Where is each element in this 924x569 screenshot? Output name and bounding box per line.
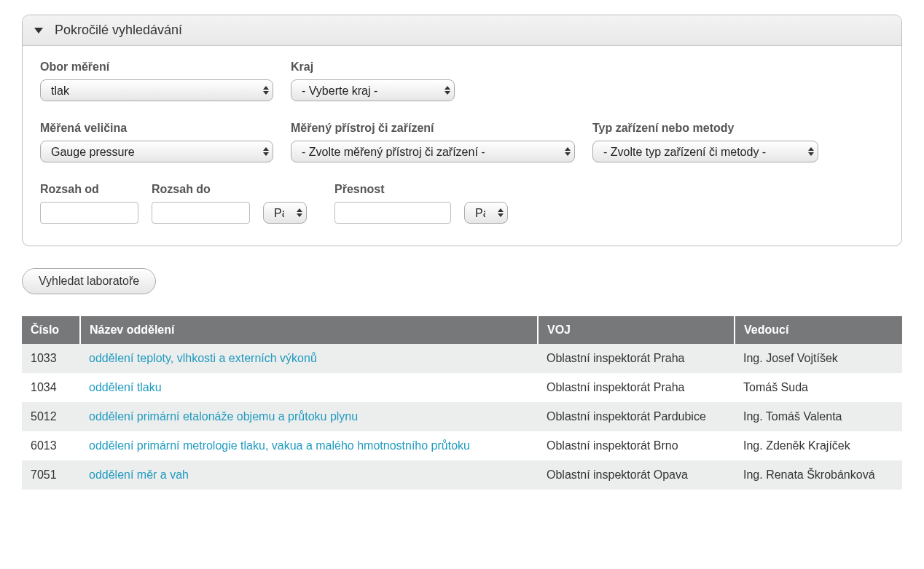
cell-cislo: 1033 xyxy=(22,344,80,373)
select-obor[interactable]: tlak xyxy=(40,79,273,101)
select-unit-rozsah[interactable]: Pa xyxy=(263,202,307,224)
cell-voj: Oblastní inspektorát Opava xyxy=(538,460,735,490)
cell-vedouci: Ing. Tomáš Valenta xyxy=(735,402,902,431)
select-velicina[interactable]: Gauge pressure xyxy=(40,141,273,162)
input-rozsah-od[interactable] xyxy=(40,202,138,224)
table-row: 1034oddělení tlakuOblastní inspektorát P… xyxy=(22,373,902,402)
department-link[interactable]: oddělení primární etalonáže objemu a prů… xyxy=(89,410,358,423)
table-row: 5012oddělení primární etalonáže objemu a… xyxy=(22,402,902,431)
department-link[interactable]: oddělení tlaku xyxy=(89,381,162,393)
panel-title: Pokročilé vyhledávání xyxy=(55,23,182,38)
advanced-search-panel: Pokročilé vyhledávání Obor měření tlak K… xyxy=(22,15,902,246)
select-unit-presnost[interactable]: Pa xyxy=(464,202,508,224)
department-link[interactable]: oddělení teploty, vlhkosti a externích v… xyxy=(89,352,317,364)
label-velicina: Měřená veličina xyxy=(40,122,273,135)
label-typ: Typ zařízení nebo metody xyxy=(592,122,818,135)
cell-nazev: oddělení měr a vah xyxy=(80,460,538,490)
panel-body: Obor měření tlak Kraj - Vyberte kraj - xyxy=(23,46,901,246)
search-button[interactable]: Vyhledat laboratoře xyxy=(22,268,156,294)
th-vedouci: Vedoucí xyxy=(735,316,902,344)
cell-nazev: oddělení primární metrologie tlaku, vaku… xyxy=(80,431,538,460)
cell-vedouci: Ing. Zdeněk Krajíček xyxy=(735,431,902,460)
cell-vedouci: Ing. Josef Vojtíšek xyxy=(735,344,902,373)
cell-cislo: 6013 xyxy=(22,431,80,460)
cell-vedouci: Tomáš Suda xyxy=(735,373,902,402)
th-cislo: Číslo xyxy=(22,316,80,344)
results-table: Číslo Název oddělení VOJ Vedoucí 1033odd… xyxy=(22,316,902,490)
input-rozsah-do[interactable] xyxy=(152,202,250,224)
panel-toggle[interactable]: Pokročilé vyhledávání xyxy=(23,15,901,46)
label-rozsah-od: Rozsah od xyxy=(40,183,138,196)
department-link[interactable]: oddělení měr a vah xyxy=(89,468,189,481)
cell-cislo: 5012 xyxy=(22,402,80,431)
cell-voj: Oblastní inspektorát Brno xyxy=(538,431,735,460)
label-obor: Obor měření xyxy=(40,60,273,74)
input-presnost[interactable] xyxy=(334,202,451,224)
table-row: 1033oddělení teploty, vlhkosti a externí… xyxy=(22,344,902,373)
select-pristroj[interactable]: - Zvolte měřený přístroj či zařízení - xyxy=(291,141,575,162)
label-kraj: Kraj xyxy=(291,60,455,74)
cell-nazev: oddělení tlaku xyxy=(80,373,538,402)
select-kraj[interactable]: - Vyberte kraj - xyxy=(291,79,455,101)
cell-voj: Oblastní inspektorát Praha xyxy=(538,373,735,402)
cell-voj: Oblastní inspektorát Praha xyxy=(538,344,735,373)
th-voj: VOJ xyxy=(538,316,735,344)
th-nazev: Název oddělení xyxy=(80,316,538,344)
cell-nazev: oddělení primární etalonáže objemu a prů… xyxy=(80,402,538,431)
cell-voj: Oblastní inspektorát Pardubice xyxy=(538,402,735,431)
table-row: 7051oddělení měr a vahOblastní inspektor… xyxy=(22,460,902,490)
cell-nazev: oddělení teploty, vlhkosti a externích v… xyxy=(80,344,538,373)
label-pristroj: Měřený přístroj či zařízení xyxy=(291,122,575,135)
select-typ[interactable]: - Zvolte typ zařízení či metody - xyxy=(592,141,818,162)
cell-cislo: 7051 xyxy=(22,460,80,490)
label-presnost: Přesnost xyxy=(334,183,451,196)
chevron-down-icon xyxy=(34,28,43,34)
department-link[interactable]: oddělení primární metrologie tlaku, vaku… xyxy=(89,439,470,452)
cell-cislo: 1034 xyxy=(22,373,80,402)
cell-vedouci: Ing. Renata Škrobánková xyxy=(735,460,902,490)
label-rozsah-do: Rozsah do xyxy=(152,183,250,196)
table-row: 6013oddělení primární metrologie tlaku, … xyxy=(22,431,902,460)
